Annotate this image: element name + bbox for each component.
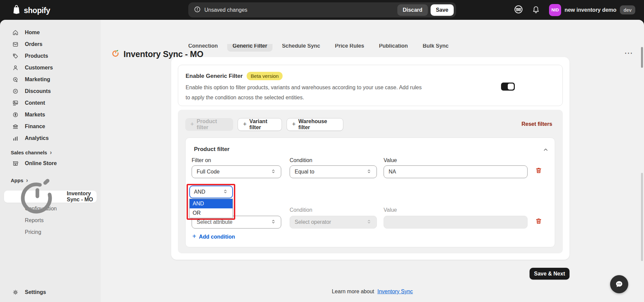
- value-label: Value: [384, 157, 397, 163]
- unsaved-changes-text: Unsaved changes: [204, 7, 397, 13]
- top-right-controls: NID new inventory demo dev: [513, 0, 644, 20]
- value-input-row2[interactable]: [384, 216, 528, 229]
- product-filter-button[interactable]: + Product filter: [185, 118, 233, 131]
- chat-widget-button[interactable]: [610, 275, 628, 293]
- logic-operator-highlight-box: AND AND OR: [187, 184, 235, 220]
- scrollbar-thumb[interactable]: [641, 173, 643, 261]
- filter-on-select[interactable]: Full Code: [192, 165, 281, 178]
- app-shell: Home Orders Products Customers Marketing: [0, 20, 644, 302]
- media-icon: [12, 100, 19, 106]
- main-content: Inventory Sync - MO ⋯ Connection Generic…: [101, 20, 644, 302]
- select-stepper-icon: [366, 219, 372, 226]
- app-logo-icon: [111, 49, 120, 59]
- save-next-button[interactable]: Save & Next: [530, 268, 569, 280]
- tab-bulk-sync[interactable]: Bulk Sync: [417, 44, 454, 52]
- delete-condition-icon[interactable]: [535, 217, 543, 226]
- profile-icon[interactable]: [513, 4, 524, 16]
- bar-chart-icon: [12, 135, 19, 142]
- shopify-wordmark: shopify: [24, 6, 50, 15]
- enable-description: Enable this option to filter products, v…: [186, 83, 422, 103]
- add-condition-button[interactable]: + Add condition: [192, 233, 235, 240]
- sales-channels-header[interactable]: Sales channels ›: [0, 147, 101, 157]
- variant-filter-button[interactable]: + Variant filter: [238, 118, 282, 131]
- inventory-sync-link[interactable]: Inventory Sync: [377, 289, 413, 294]
- sidebar-item-settings[interactable]: Settings: [0, 286, 101, 298]
- tab-publication[interactable]: Publication: [374, 44, 413, 52]
- sidebar: Home Orders Products Customers Marketing: [0, 20, 101, 302]
- sidebar-item-products[interactable]: Products: [0, 50, 101, 62]
- condition-label: Condition: [290, 157, 312, 163]
- gear-icon: [12, 289, 19, 296]
- value-label-row2: Value: [384, 207, 397, 213]
- tab-connection[interactable]: Connection: [183, 44, 223, 52]
- logic-option-or[interactable]: OR: [190, 208, 233, 218]
- reset-filters-link[interactable]: Reset filters: [522, 121, 552, 127]
- sidebar-subitem-pricing[interactable]: Pricing: [0, 226, 101, 238]
- tab-schedule-sync[interactable]: Schedule Sync: [277, 44, 326, 52]
- storefront-icon: [12, 160, 19, 167]
- filter-on-label: Filter on: [192, 157, 211, 163]
- logic-operator-menu: AND OR: [189, 199, 233, 218]
- condition-label-row2: Condition: [290, 207, 312, 213]
- condition-select[interactable]: Equal to: [290, 165, 377, 178]
- enable-generic-filter-card: Enable Generic Filter Beta version Enabl…: [178, 65, 563, 106]
- notifications-bell-icon[interactable]: [532, 5, 540, 15]
- store-name[interactable]: new inventory demo: [564, 7, 616, 13]
- shopify-logo[interactable]: shopify: [11, 4, 50, 17]
- bank-icon: [12, 123, 19, 130]
- sidebar-item-customers[interactable]: Customers: [0, 62, 101, 73]
- sidebar-item-discounts[interactable]: Discounts: [0, 85, 101, 97]
- more-menu-button[interactable]: ⋯: [624, 48, 634, 58]
- sidebar-item-analytics[interactable]: Analytics: [0, 132, 101, 144]
- env-badge: dev: [620, 5, 635, 14]
- logic-option-and[interactable]: AND: [190, 199, 233, 208]
- active-app-dot: [87, 196, 89, 198]
- sidebar-item-inventory-sync-app[interactable]: Inventory Sync - MO: [4, 191, 97, 203]
- plus-icon: +: [243, 120, 247, 128]
- select-stepper-icon: [222, 189, 228, 196]
- discard-button[interactable]: Discard: [397, 4, 428, 16]
- product-filter-heading: Product filter: [194, 146, 230, 153]
- tag-icon: [12, 53, 19, 59]
- warehouse-filter-button[interactable]: + Warehouse filter: [287, 118, 343, 131]
- plus-icon: +: [292, 120, 296, 128]
- save-button[interactable]: Save: [431, 4, 454, 16]
- select-stepper-icon: [270, 168, 276, 175]
- operator-select[interactable]: Select operator: [290, 216, 377, 229]
- sidebar-item-marketing[interactable]: Marketing: [0, 73, 101, 85]
- logic-operator-select[interactable]: AND: [189, 186, 233, 198]
- product-filter-section: [185, 138, 555, 247]
- store-avatar-badge[interactable]: NID: [549, 4, 561, 16]
- toggle-knob: [508, 84, 514, 90]
- plus-icon: +: [190, 120, 194, 128]
- value-input[interactable]: NA: [384, 165, 528, 178]
- learn-more-line: Learn more about Inventory Sync: [101, 289, 644, 295]
- shopify-bag-icon: [11, 4, 21, 17]
- sidebar-item-markets[interactable]: Markets: [0, 109, 101, 120]
- person-icon: [12, 64, 19, 71]
- orders-icon: [12, 41, 19, 48]
- tab-generic-filter[interactable]: Generic Filter: [227, 44, 273, 52]
- chevron-right-icon: ›: [50, 149, 52, 156]
- sidebar-item-online-store[interactable]: Online Store: [0, 157, 101, 169]
- sidebar-item-content[interactable]: Content: [0, 97, 101, 109]
- delete-condition-icon[interactable]: [535, 166, 543, 176]
- chat-bubble-icon: [614, 280, 624, 289]
- sidebar-item-home[interactable]: Home: [0, 27, 101, 38]
- sidebar-item-orders[interactable]: Orders: [0, 38, 101, 50]
- enable-toggle[interactable]: [501, 83, 515, 91]
- beta-version-badge: Beta version: [247, 72, 283, 80]
- plus-icon: +: [192, 233, 196, 240]
- collapse-chevron-icon[interactable]: [542, 146, 549, 154]
- app-gauge-icon: [12, 172, 61, 221]
- enable-generic-filter-heading: Enable Generic Filter: [186, 73, 243, 80]
- sidebar-item-finance[interactable]: Finance: [0, 120, 101, 132]
- home-icon: [12, 29, 19, 36]
- scrollbar-thumb[interactable]: [641, 47, 643, 68]
- select-stepper-icon: [366, 168, 372, 175]
- target-icon: [12, 76, 19, 83]
- tab-strip: Connection Generic Filter Schedule Sync …: [183, 44, 552, 52]
- tab-price-rules[interactable]: Price Rules: [330, 44, 369, 52]
- select-stepper-icon: [270, 219, 276, 226]
- globe-dollar-icon: [12, 111, 19, 118]
